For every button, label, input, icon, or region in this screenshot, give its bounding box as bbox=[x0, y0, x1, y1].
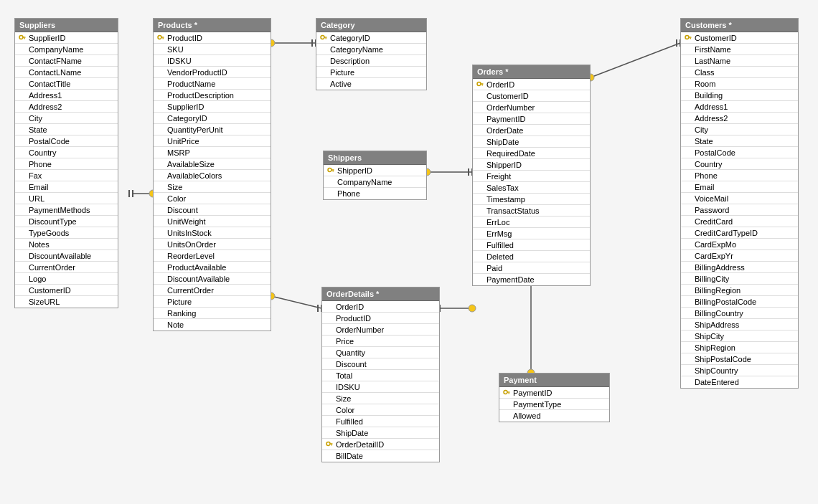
field-name: BillingCity bbox=[695, 275, 729, 283]
field-name: Class bbox=[695, 68, 715, 77]
table-row: Note bbox=[154, 319, 271, 331]
svg-point-39 bbox=[477, 82, 481, 85]
empty-icon bbox=[319, 80, 328, 88]
field-name: OrderDate bbox=[486, 126, 523, 135]
table-category: Category CategoryIDCategoryNameDescripti… bbox=[316, 18, 427, 90]
field-name: RequiredDate bbox=[486, 149, 535, 158]
empty-icon bbox=[684, 103, 692, 111]
field-name: Size bbox=[167, 183, 182, 191]
field-name: PaymentDate bbox=[486, 275, 535, 284]
svg-point-42 bbox=[685, 35, 689, 39]
table-row: DiscountType bbox=[15, 216, 118, 227]
empty-icon bbox=[18, 160, 27, 168]
field-name: Password bbox=[695, 206, 729, 214]
empty-icon bbox=[684, 229, 692, 237]
table-row: Quantity bbox=[322, 347, 439, 358]
empty-icon bbox=[476, 229, 484, 238]
table-row: City bbox=[15, 113, 118, 124]
empty-icon bbox=[156, 275, 165, 283]
empty-icon bbox=[156, 194, 165, 203]
field-name: Address2 bbox=[29, 103, 62, 111]
empty-icon bbox=[502, 412, 511, 420]
empty-icon bbox=[325, 325, 334, 334]
empty-icon bbox=[156, 45, 165, 54]
table-row: CurrentOrder bbox=[154, 285, 271, 296]
table-row: ErrMsg bbox=[473, 228, 590, 239]
field-name: Note bbox=[167, 320, 184, 329]
table-row: SupplierID bbox=[15, 32, 118, 44]
field-name: ShipAddress bbox=[695, 320, 739, 329]
empty-icon bbox=[684, 137, 692, 146]
field-name: BillingCountry bbox=[695, 309, 743, 318]
field-name: BillDate bbox=[336, 452, 363, 460]
table-row: ShipDate bbox=[473, 136, 590, 148]
key-icon bbox=[476, 80, 484, 89]
field-name: City bbox=[29, 114, 42, 123]
empty-icon bbox=[476, 138, 484, 146]
empty-icon bbox=[684, 125, 692, 134]
empty-icon bbox=[684, 194, 692, 203]
empty-icon bbox=[325, 314, 334, 323]
field-name: Address1 bbox=[695, 103, 728, 111]
table-row: Address1 bbox=[15, 90, 118, 101]
empty-icon bbox=[684, 217, 692, 226]
key-icon bbox=[18, 34, 27, 42]
table-row: UnitPrice bbox=[154, 135, 271, 147]
empty-icon bbox=[684, 332, 692, 341]
field-name: Paid bbox=[486, 264, 502, 272]
field-name: CompanyName bbox=[29, 45, 83, 54]
field-name: CreditCardTypeID bbox=[695, 229, 758, 237]
empty-icon bbox=[325, 429, 334, 437]
table-row: ProductID bbox=[322, 313, 439, 324]
field-name: BillingRegion bbox=[695, 286, 741, 295]
table-row: City bbox=[681, 124, 798, 135]
table-row: Size bbox=[154, 181, 271, 193]
empty-icon bbox=[684, 309, 692, 318]
table-row: Password bbox=[681, 204, 798, 216]
empty-icon bbox=[325, 394, 334, 403]
empty-icon bbox=[502, 400, 511, 409]
table-row: CategoryID bbox=[316, 32, 426, 44]
empty-icon bbox=[18, 275, 27, 283]
empty-icon bbox=[684, 252, 692, 260]
field-name: SupplierID bbox=[167, 103, 204, 111]
table-row: ContactFName bbox=[15, 55, 118, 67]
table-row: Fulfilled bbox=[322, 416, 439, 427]
table-row: Discount bbox=[322, 358, 439, 370]
field-name: State bbox=[29, 125, 47, 134]
table-row: Total bbox=[322, 370, 439, 381]
field-name: DiscountAvailable bbox=[167, 275, 230, 283]
empty-icon bbox=[18, 91, 27, 100]
field-name: Country bbox=[695, 160, 723, 168]
key-icon bbox=[502, 389, 511, 397]
svg-rect-37 bbox=[332, 169, 334, 170]
table-row: ErrLoc bbox=[473, 217, 590, 228]
table-row: ShipCountry bbox=[681, 365, 798, 376]
field-name: Color bbox=[336, 406, 354, 414]
table-row: ShipperID bbox=[473, 159, 590, 171]
empty-icon bbox=[18, 45, 27, 54]
table-row: CompanyName bbox=[324, 176, 426, 188]
empty-icon bbox=[684, 80, 692, 88]
table-row: CustomerID bbox=[681, 32, 798, 44]
empty-icon bbox=[684, 206, 692, 214]
empty-icon bbox=[156, 91, 165, 100]
field-name: PaymentID bbox=[486, 115, 525, 123]
table-orders: Orders * OrderIDCustomerIDOrderNumberPay… bbox=[472, 65, 591, 286]
field-name: CardExpYr bbox=[695, 252, 733, 260]
field-name: BillingAddress bbox=[695, 263, 745, 272]
empty-icon bbox=[684, 68, 692, 77]
table-shippers: Shippers ShipperIDCompanyNamePhone bbox=[323, 151, 427, 200]
table-row: Allowed bbox=[499, 410, 609, 422]
field-name: Timestamp bbox=[486, 195, 525, 204]
field-name: Phone bbox=[695, 171, 718, 180]
empty-icon bbox=[156, 217, 165, 226]
field-name: UnitWeight bbox=[167, 217, 206, 226]
empty-icon bbox=[18, 114, 27, 123]
key-icon bbox=[684, 34, 692, 42]
empty-icon bbox=[326, 178, 335, 186]
field-name: PostalCode bbox=[695, 148, 735, 157]
empty-icon bbox=[684, 240, 692, 249]
empty-icon bbox=[476, 115, 484, 123]
empty-icon bbox=[18, 103, 27, 111]
